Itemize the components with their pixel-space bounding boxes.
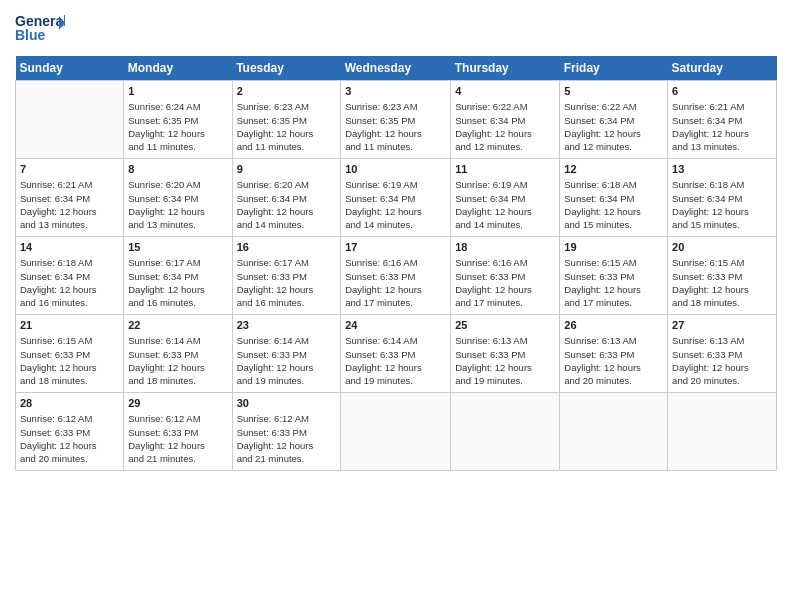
day-number: 26 bbox=[564, 318, 663, 333]
day-cell: 7Sunrise: 6:21 AMSunset: 6:34 PMDaylight… bbox=[16, 159, 124, 237]
day-number: 14 bbox=[20, 240, 119, 255]
day-info: Sunrise: 6:23 AMSunset: 6:35 PMDaylight:… bbox=[237, 101, 314, 152]
day-cell: 13Sunrise: 6:18 AMSunset: 6:34 PMDayligh… bbox=[668, 159, 777, 237]
day-number: 25 bbox=[455, 318, 555, 333]
day-info: Sunrise: 6:14 AMSunset: 6:33 PMDaylight:… bbox=[345, 335, 422, 386]
day-cell: 28Sunrise: 6:12 AMSunset: 6:33 PMDayligh… bbox=[16, 393, 124, 471]
day-cell bbox=[341, 393, 451, 471]
day-info: Sunrise: 6:15 AMSunset: 6:33 PMDaylight:… bbox=[20, 335, 97, 386]
page: General Blue SundayMondayTuesdayWednesda… bbox=[0, 0, 792, 612]
day-number: 6 bbox=[672, 84, 772, 99]
day-cell: 18Sunrise: 6:16 AMSunset: 6:33 PMDayligh… bbox=[451, 237, 560, 315]
day-number: 30 bbox=[237, 396, 337, 411]
day-number: 29 bbox=[128, 396, 227, 411]
day-info: Sunrise: 6:13 AMSunset: 6:33 PMDaylight:… bbox=[672, 335, 749, 386]
day-cell: 17Sunrise: 6:16 AMSunset: 6:33 PMDayligh… bbox=[341, 237, 451, 315]
day-cell: 21Sunrise: 6:15 AMSunset: 6:33 PMDayligh… bbox=[16, 315, 124, 393]
day-info: Sunrise: 6:16 AMSunset: 6:33 PMDaylight:… bbox=[345, 257, 422, 308]
day-number: 17 bbox=[345, 240, 446, 255]
day-cell: 12Sunrise: 6:18 AMSunset: 6:34 PMDayligh… bbox=[560, 159, 668, 237]
day-cell: 27Sunrise: 6:13 AMSunset: 6:33 PMDayligh… bbox=[668, 315, 777, 393]
day-number: 11 bbox=[455, 162, 555, 177]
day-number: 7 bbox=[20, 162, 119, 177]
day-cell: 10Sunrise: 6:19 AMSunset: 6:34 PMDayligh… bbox=[341, 159, 451, 237]
day-number: 24 bbox=[345, 318, 446, 333]
day-info: Sunrise: 6:20 AMSunset: 6:34 PMDaylight:… bbox=[128, 179, 205, 230]
col-header-tuesday: Tuesday bbox=[232, 56, 341, 81]
day-number: 27 bbox=[672, 318, 772, 333]
day-cell bbox=[668, 393, 777, 471]
header-row: SundayMondayTuesdayWednesdayThursdayFrid… bbox=[16, 56, 777, 81]
day-number: 10 bbox=[345, 162, 446, 177]
day-number: 20 bbox=[672, 240, 772, 255]
day-info: Sunrise: 6:18 AMSunset: 6:34 PMDaylight:… bbox=[564, 179, 641, 230]
day-info: Sunrise: 6:19 AMSunset: 6:34 PMDaylight:… bbox=[455, 179, 532, 230]
day-cell: 2Sunrise: 6:23 AMSunset: 6:35 PMDaylight… bbox=[232, 81, 341, 159]
col-header-sunday: Sunday bbox=[16, 56, 124, 81]
day-cell: 29Sunrise: 6:12 AMSunset: 6:33 PMDayligh… bbox=[124, 393, 232, 471]
day-number: 16 bbox=[237, 240, 337, 255]
day-info: Sunrise: 6:14 AMSunset: 6:33 PMDaylight:… bbox=[128, 335, 205, 386]
day-info: Sunrise: 6:17 AMSunset: 6:33 PMDaylight:… bbox=[237, 257, 314, 308]
day-info: Sunrise: 6:23 AMSunset: 6:35 PMDaylight:… bbox=[345, 101, 422, 152]
day-info: Sunrise: 6:17 AMSunset: 6:34 PMDaylight:… bbox=[128, 257, 205, 308]
day-info: Sunrise: 6:24 AMSunset: 6:35 PMDaylight:… bbox=[128, 101, 205, 152]
day-info: Sunrise: 6:20 AMSunset: 6:34 PMDaylight:… bbox=[237, 179, 314, 230]
day-info: Sunrise: 6:21 AMSunset: 6:34 PMDaylight:… bbox=[672, 101, 749, 152]
day-info: Sunrise: 6:15 AMSunset: 6:33 PMDaylight:… bbox=[564, 257, 641, 308]
day-cell bbox=[16, 81, 124, 159]
day-number: 28 bbox=[20, 396, 119, 411]
day-cell: 3Sunrise: 6:23 AMSunset: 6:35 PMDaylight… bbox=[341, 81, 451, 159]
day-cell: 16Sunrise: 6:17 AMSunset: 6:33 PMDayligh… bbox=[232, 237, 341, 315]
day-cell: 11Sunrise: 6:19 AMSunset: 6:34 PMDayligh… bbox=[451, 159, 560, 237]
day-cell: 4Sunrise: 6:22 AMSunset: 6:34 PMDaylight… bbox=[451, 81, 560, 159]
col-header-thursday: Thursday bbox=[451, 56, 560, 81]
day-cell: 24Sunrise: 6:14 AMSunset: 6:33 PMDayligh… bbox=[341, 315, 451, 393]
day-cell: 9Sunrise: 6:20 AMSunset: 6:34 PMDaylight… bbox=[232, 159, 341, 237]
col-header-wednesday: Wednesday bbox=[341, 56, 451, 81]
day-number: 12 bbox=[564, 162, 663, 177]
day-number: 19 bbox=[564, 240, 663, 255]
day-info: Sunrise: 6:16 AMSunset: 6:33 PMDaylight:… bbox=[455, 257, 532, 308]
day-number: 15 bbox=[128, 240, 227, 255]
day-number: 1 bbox=[128, 84, 227, 99]
day-number: 18 bbox=[455, 240, 555, 255]
day-cell: 14Sunrise: 6:18 AMSunset: 6:34 PMDayligh… bbox=[16, 237, 124, 315]
day-number: 22 bbox=[128, 318, 227, 333]
day-info: Sunrise: 6:21 AMSunset: 6:34 PMDaylight:… bbox=[20, 179, 97, 230]
day-info: Sunrise: 6:19 AMSunset: 6:34 PMDaylight:… bbox=[345, 179, 422, 230]
day-info: Sunrise: 6:22 AMSunset: 6:34 PMDaylight:… bbox=[564, 101, 641, 152]
logo: General Blue bbox=[15, 10, 65, 48]
day-cell: 1Sunrise: 6:24 AMSunset: 6:35 PMDaylight… bbox=[124, 81, 232, 159]
week-row-5: 28Sunrise: 6:12 AMSunset: 6:33 PMDayligh… bbox=[16, 393, 777, 471]
day-info: Sunrise: 6:12 AMSunset: 6:33 PMDaylight:… bbox=[20, 413, 97, 464]
day-number: 13 bbox=[672, 162, 772, 177]
day-cell: 22Sunrise: 6:14 AMSunset: 6:33 PMDayligh… bbox=[124, 315, 232, 393]
day-info: Sunrise: 6:22 AMSunset: 6:34 PMDaylight:… bbox=[455, 101, 532, 152]
day-cell bbox=[560, 393, 668, 471]
day-cell: 19Sunrise: 6:15 AMSunset: 6:33 PMDayligh… bbox=[560, 237, 668, 315]
day-cell: 30Sunrise: 6:12 AMSunset: 6:33 PMDayligh… bbox=[232, 393, 341, 471]
day-number: 5 bbox=[564, 84, 663, 99]
calendar-table: SundayMondayTuesdayWednesdayThursdayFrid… bbox=[15, 56, 777, 471]
day-cell: 6Sunrise: 6:21 AMSunset: 6:34 PMDaylight… bbox=[668, 81, 777, 159]
week-row-3: 14Sunrise: 6:18 AMSunset: 6:34 PMDayligh… bbox=[16, 237, 777, 315]
day-info: Sunrise: 6:14 AMSunset: 6:33 PMDaylight:… bbox=[237, 335, 314, 386]
day-cell: 23Sunrise: 6:14 AMSunset: 6:33 PMDayligh… bbox=[232, 315, 341, 393]
day-cell bbox=[451, 393, 560, 471]
day-info: Sunrise: 6:15 AMSunset: 6:33 PMDaylight:… bbox=[672, 257, 749, 308]
col-header-saturday: Saturday bbox=[668, 56, 777, 81]
day-cell: 15Sunrise: 6:17 AMSunset: 6:34 PMDayligh… bbox=[124, 237, 232, 315]
day-info: Sunrise: 6:18 AMSunset: 6:34 PMDaylight:… bbox=[20, 257, 97, 308]
week-row-1: 1Sunrise: 6:24 AMSunset: 6:35 PMDaylight… bbox=[16, 81, 777, 159]
day-info: Sunrise: 6:13 AMSunset: 6:33 PMDaylight:… bbox=[455, 335, 532, 386]
col-header-monday: Monday bbox=[124, 56, 232, 81]
day-cell: 8Sunrise: 6:20 AMSunset: 6:34 PMDaylight… bbox=[124, 159, 232, 237]
week-row-2: 7Sunrise: 6:21 AMSunset: 6:34 PMDaylight… bbox=[16, 159, 777, 237]
logo-svg: General Blue bbox=[15, 10, 65, 48]
header: General Blue bbox=[15, 10, 777, 48]
day-info: Sunrise: 6:13 AMSunset: 6:33 PMDaylight:… bbox=[564, 335, 641, 386]
day-number: 8 bbox=[128, 162, 227, 177]
day-info: Sunrise: 6:18 AMSunset: 6:34 PMDaylight:… bbox=[672, 179, 749, 230]
day-cell: 5Sunrise: 6:22 AMSunset: 6:34 PMDaylight… bbox=[560, 81, 668, 159]
